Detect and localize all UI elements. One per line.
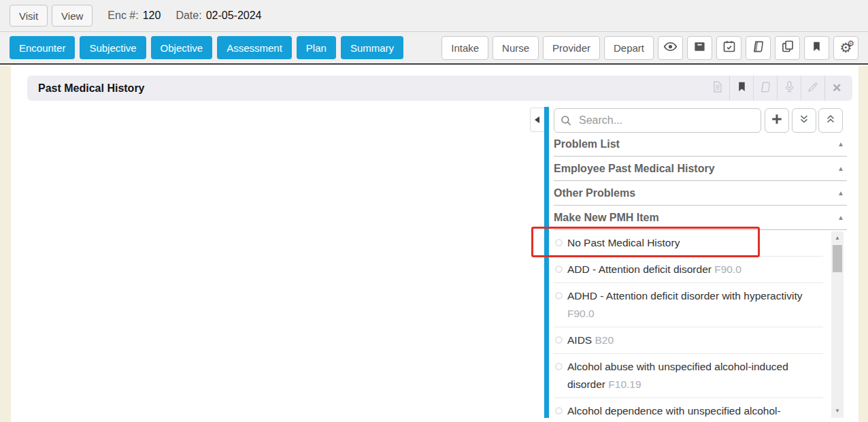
- list-item-alcohol-dependence[interactable]: Alcohol dependence with unspecified alco…: [554, 398, 823, 419]
- item-text: Alcohol dependence with unspecified alco…: [567, 405, 781, 417]
- encounter-toolbar: Encounter Subjective Objective Assessmen…: [0, 32, 868, 65]
- visit-button[interactable]: Visit: [10, 5, 48, 27]
- nurse-button[interactable]: Nurse: [493, 36, 539, 60]
- list-item-alcohol-abuse[interactable]: Alcohol abuse with unspecified alcohol-i…: [554, 354, 823, 398]
- caret-up-icon: ▲: [837, 157, 844, 180]
- group-other-problems[interactable]: Other Problems ▲: [554, 181, 847, 206]
- date-value: 02-05-2024: [206, 10, 262, 22]
- item-text: ADHD - Attention deficit disorder with h…: [567, 290, 802, 302]
- journal-section-button[interactable]: [753, 76, 777, 101]
- bookmark-button[interactable]: [804, 36, 829, 60]
- depart-button[interactable]: Depart: [604, 36, 654, 60]
- page-body: Past Medical History: [0, 66, 868, 422]
- section-header-actions: ✕: [705, 76, 848, 101]
- tab-encounter[interactable]: Encounter: [10, 36, 75, 59]
- bookmark-icon: [811, 41, 822, 55]
- list-item-add[interactable]: ADD - Attention deficit disorder F90.0: [554, 257, 823, 283]
- radio-circle-icon: [555, 239, 563, 246]
- caret-up-icon: ▲: [837, 206, 844, 229]
- collapse-all-button[interactable]: [792, 108, 816, 133]
- pmh-group-list: Problem List ▲ Employee Past Medical His…: [554, 132, 847, 230]
- document-button[interactable]: [705, 76, 729, 101]
- encounter-number-value: 120: [143, 10, 161, 22]
- caret-up-icon: ▲: [837, 132, 844, 156]
- pencil-icon: [807, 81, 819, 96]
- tab-plan[interactable]: Plan: [297, 36, 336, 59]
- calendar-check-button[interactable]: [716, 36, 741, 60]
- item-code: B20: [595, 334, 614, 346]
- eye-button[interactable]: [658, 36, 683, 60]
- expand-all-button[interactable]: [818, 108, 843, 133]
- scroll-down-icon[interactable]: ▼: [831, 406, 844, 417]
- visit-bar: Visit View Enc #: 120 Date: 02-05-2024: [0, 0, 868, 32]
- microphone-icon: [783, 80, 796, 96]
- tab-subjective[interactable]: Subjective: [80, 36, 146, 59]
- list-item-no-past-medical-history[interactable]: No Past Medical History: [554, 230, 823, 257]
- list-scrollbar[interactable]: ▲ ▼: [831, 231, 844, 418]
- group-label: Other Problems: [554, 187, 635, 199]
- intake-button[interactable]: Intake: [441, 36, 488, 60]
- tab-objective[interactable]: Objective: [151, 36, 213, 59]
- item-text: Alcohol abuse with unspecified alcohol-i…: [567, 361, 788, 390]
- add-item-button[interactable]: [765, 108, 789, 133]
- panel-accent-bar: [544, 107, 549, 418]
- group-label: Make New PMH Item: [554, 212, 659, 223]
- encounter-number-label: Enc #:: [107, 10, 138, 22]
- page-edge-left: [0, 66, 11, 422]
- page-title: Past Medical History: [38, 76, 145, 101]
- archive-box-button[interactable]: [687, 36, 712, 60]
- scroll-up-icon[interactable]: ▲: [831, 233, 844, 244]
- eye-icon: [663, 39, 678, 56]
- tab-summary[interactable]: Summary: [341, 36, 403, 59]
- settings-button[interactable]: ⚙ ⚙: [833, 36, 858, 60]
- section-header-past-medical-history: Past Medical History: [27, 76, 852, 101]
- close-section-button[interactable]: ✕: [824, 76, 848, 101]
- page-edge-right: [858, 66, 868, 422]
- pmh-item-list: No Past Medical History ADD - Attention …: [554, 230, 823, 419]
- gear-small-icon: ⚙: [847, 39, 854, 48]
- item-code: F90.0: [567, 308, 595, 319]
- radio-circle-icon: [555, 336, 563, 344]
- item-code: F10.19: [608, 378, 641, 390]
- list-item-aids[interactable]: AIDS B20: [554, 327, 823, 354]
- calendar-check-icon: [722, 39, 736, 56]
- date-label: Date:: [176, 10, 201, 22]
- copy-button[interactable]: [775, 36, 800, 60]
- radio-circle-icon: [555, 363, 563, 370]
- view-button[interactable]: View: [52, 5, 93, 27]
- edit-button[interactable]: [801, 76, 824, 101]
- item-text: ADD - Attention deficit disorder: [567, 263, 712, 275]
- group-label: Employee Past Medical History: [554, 163, 715, 174]
- radio-circle-icon: [555, 265, 563, 273]
- group-employee-past-medical-history[interactable]: Employee Past Medical History ▲: [554, 157, 847, 181]
- radio-circle-icon: [555, 292, 563, 299]
- close-icon: ✕: [832, 81, 841, 95]
- provider-button[interactable]: Provider: [543, 36, 600, 60]
- toolbar-right-group: Intake Nurse Provider Depart: [437, 36, 858, 60]
- archive-box-icon: [693, 40, 706, 56]
- chevron-double-up-icon: [824, 113, 837, 128]
- dictate-button[interactable]: [777, 76, 801, 101]
- radio-circle-icon: [555, 407, 563, 415]
- bookmark-section-button[interactable]: [729, 76, 753, 101]
- journal-icon: [758, 81, 772, 96]
- tab-assessment[interactable]: Assessment: [217, 36, 292, 59]
- caret-up-icon: ▲: [837, 181, 844, 205]
- document-icon: [711, 80, 724, 96]
- bookmark-icon: [736, 81, 748, 95]
- scrollbar-thumb[interactable]: [833, 245, 842, 272]
- item-text: No Past Medical History: [567, 237, 680, 248]
- group-problem-list[interactable]: Problem List ▲: [554, 132, 847, 157]
- item-code: F90.0: [714, 263, 741, 275]
- copy-icon: [781, 39, 795, 56]
- chevron-double-down-icon: [798, 113, 810, 128]
- journal-button[interactable]: [746, 36, 771, 60]
- group-make-new-pmh-item[interactable]: Make New PMH Item ▲: [554, 206, 847, 230]
- list-item-adhd[interactable]: ADHD - Attention deficit disorder with h…: [554, 283, 823, 327]
- item-text: AIDS: [567, 334, 592, 346]
- journal-icon: [750, 40, 765, 56]
- chevron-left-icon: [535, 116, 539, 123]
- search-input[interactable]: [554, 108, 761, 133]
- add-icon: [771, 113, 783, 128]
- group-label: Problem List: [554, 138, 620, 150]
